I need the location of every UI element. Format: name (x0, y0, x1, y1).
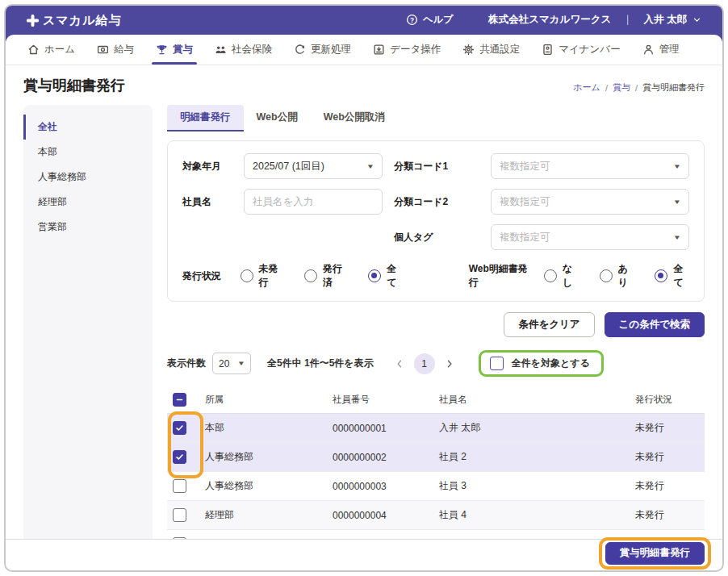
nav-item[interactable]: 管理 (642, 35, 680, 65)
payroll-bill-icon (97, 44, 109, 56)
radio-icon (544, 269, 557, 282)
web-issue-label: Web明細書発行 (469, 262, 533, 290)
nav-item[interactable]: 社会保険 (215, 35, 272, 65)
col-status: 発行状況 (635, 394, 705, 406)
target-month-select[interactable]: 2025/07 (1回目) ▼ (244, 153, 383, 179)
app-window: スマカル給与 ? ヘルプ 株式会社スマカルワークス ｜ 入井 太郎 ホーム (4, 4, 724, 572)
breadcrumb-current: 賞与明細書発行 (642, 81, 705, 94)
target-month-label: 対象年月 (182, 160, 232, 173)
admin-person-icon (642, 44, 655, 56)
tab[interactable]: Web公開取消 (311, 105, 398, 131)
bonus-trophy-icon (156, 44, 168, 56)
plus-logo-icon (27, 15, 39, 27)
breadcrumb-bonus[interactable]: 賞与 (613, 81, 630, 94)
sidebar-item[interactable]: 全社 (23, 115, 153, 140)
radio-option[interactable]: なし (544, 262, 579, 290)
radio-option[interactable]: 発行済 (304, 262, 347, 290)
per-page-select[interactable]: 20 ▼ (212, 353, 251, 374)
table-row[interactable]: 営業部 0000000005 社員 5 未発行 (167, 530, 705, 539)
employee-table: 所属 社員番号 社員名 発行状況 本部 0000000001 入井 太郎 未発行 (167, 386, 705, 539)
nav-item[interactable]: ホーム (27, 35, 75, 65)
radio-option[interactable]: 未発行 (241, 262, 283, 290)
result-range-text: 全5件中 1件〜5件を表示 (267, 357, 374, 370)
main-nav: ホーム 給与 賞与 社会保険 更新処理 データ操作 共通設定 (6, 35, 722, 65)
row-checkbox[interactable] (173, 508, 186, 522)
radio-icon (655, 269, 667, 282)
web-issue-radio-group: なしあり全て (544, 262, 689, 290)
table-row[interactable]: 人事総務部 0000000002 社員 2 未発行 (167, 443, 705, 472)
help-icon: ? (406, 14, 418, 26)
row-checkbox[interactable] (173, 537, 186, 539)
data-operation-icon (373, 44, 385, 56)
department-sidebar: 全社 本部 人事総務部 経理部 営業部 (23, 105, 153, 539)
nav-item[interactable]: 更新処理 (294, 35, 351, 65)
category2-label: 分類コード2 (394, 195, 479, 209)
radio-option[interactable]: 全て (655, 262, 689, 290)
personal-tag-label: 個人タグ (394, 231, 479, 244)
select-all-label: 全件を対象とする (512, 357, 590, 370)
nav-item[interactable]: 給与 (97, 35, 134, 65)
mynumber-card-icon (542, 44, 554, 56)
radio-option[interactable]: 全て (368, 262, 403, 290)
table-row[interactable]: 人事総務部 0000000003 社員 3 未発行 (167, 472, 705, 501)
page-content: 賞与明細書発行 ホーム/ 賞与/ 賞与明細書発行 全社 本部 人事総務部 経理部… (6, 65, 722, 539)
nav-item[interactable]: 賞与 (156, 35, 193, 65)
radio-icon (304, 269, 317, 282)
employee-name-label: 社員名 (182, 195, 232, 209)
col-name: 社員名 (439, 394, 635, 406)
category1-label: 分類コード1 (394, 160, 479, 173)
home-icon (27, 44, 40, 56)
nav-item[interactable]: 共通設定 (462, 35, 520, 65)
personal-tag-multiselect[interactable]: 複数指定可 ▼ (491, 224, 689, 250)
issue-bonus-slip-button[interactable]: 賞与明細書発行 (605, 542, 705, 565)
caret-down-icon: ▼ (673, 198, 681, 206)
page-prev-icon[interactable] (395, 359, 404, 369)
settings-gear-icon (462, 44, 475, 56)
page-number[interactable]: 1 (414, 353, 435, 374)
clear-conditions-button[interactable]: 条件をクリア (504, 312, 594, 337)
issue-status-label: 発行状況 (182, 269, 229, 283)
sidebar-item[interactable]: 営業部 (23, 215, 153, 240)
issue-status-radio-group: 未発行発行済全て (241, 262, 404, 290)
user-menu[interactable]: 入井 太郎 (644, 13, 701, 27)
row-checkbox[interactable] (173, 450, 186, 464)
social-insurance-people-icon (215, 44, 227, 56)
col-dept: 所属 (205, 394, 333, 406)
sidebar-item[interactable]: 人事総務部 (23, 165, 153, 190)
row-checkbox[interactable] (173, 421, 186, 435)
category1-multiselect[interactable]: 複数指定可 ▼ (491, 153, 689, 179)
svg-text:?: ? (410, 16, 414, 24)
category2-multiselect[interactable]: 複数指定可 ▼ (491, 189, 689, 215)
help-link[interactable]: ? ヘルプ (406, 13, 453, 27)
update-refresh-icon (294, 44, 306, 56)
employee-name-input[interactable] (253, 196, 374, 207)
sidebar-item[interactable]: 経理部 (23, 190, 153, 215)
tab[interactable]: Web公開 (244, 105, 311, 131)
account-separator: ｜ (622, 13, 632, 27)
per-page-label: 表示件数 (167, 357, 206, 370)
radio-icon (241, 269, 253, 282)
nav-item[interactable]: データ操作 (373, 35, 441, 65)
row-checkbox[interactable] (173, 479, 186, 493)
chevron-down-icon (692, 15, 701, 24)
footer-bar: 賞与明細書発行 (6, 539, 722, 566)
help-label: ヘルプ (423, 13, 453, 27)
table-row[interactable]: 経理部 0000000004 社員 4 未発行 (167, 501, 705, 530)
search-button[interactable]: この条件で検索 (605, 312, 705, 337)
col-emp-no: 社員番号 (333, 394, 439, 406)
breadcrumb-home[interactable]: ホーム (573, 81, 600, 94)
radio-icon (368, 269, 381, 282)
tab[interactable]: 明細書発行 (167, 105, 244, 131)
sidebar-item[interactable]: 本部 (23, 140, 153, 165)
pagination: 1 (395, 353, 454, 374)
select-all-checkbox[interactable] (490, 357, 504, 370)
radio-icon (600, 269, 613, 282)
nav-item[interactable]: マイナンバー (542, 35, 620, 65)
search-filter-panel: 対象年月 2025/07 (1回目) ▼ 分類コード1 複数指定可 ▼ 社員名 (167, 140, 705, 302)
radio-option[interactable]: あり (600, 262, 634, 290)
page-next-icon[interactable] (445, 359, 454, 369)
table-row[interactable]: 本部 0000000001 入井 太郎 未発行 (167, 414, 705, 443)
company-name: 株式会社スマカルワークス (488, 13, 611, 27)
header-select-checkbox[interactable] (173, 393, 186, 407)
annotation-green-highlight: 全件を対象とする (479, 350, 604, 377)
